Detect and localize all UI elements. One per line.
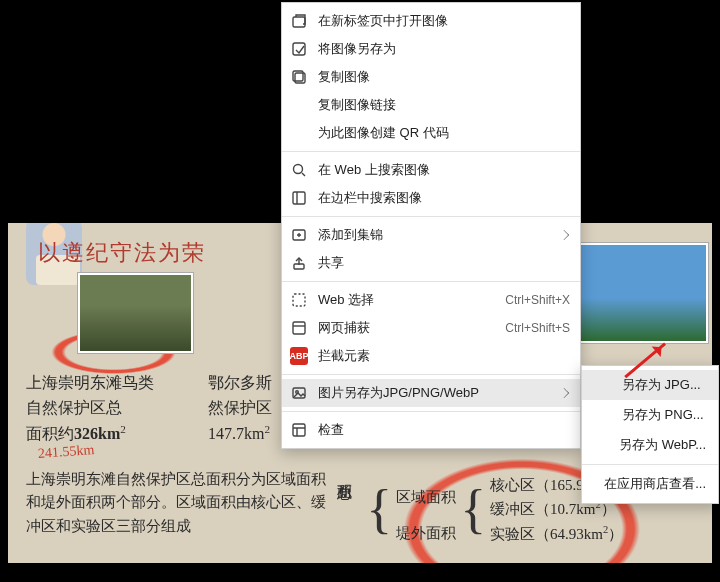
svg-rect-8 [293,294,305,306]
menu-shortcut: Ctrl+Shift+X [505,293,570,307]
menu-item-label: 在新标签页中打开图像 [318,12,570,30]
context-menu-item-13[interactable]: 网页捕获Ctrl+Shift+S [282,314,580,342]
menu-divider [582,464,718,465]
share-icon [290,254,308,272]
menu-item-label: 另存为 WebP... [619,436,706,454]
open-tab-icon [290,12,308,30]
menu-item-label: 复制图像 [318,68,570,86]
context-menu-item-6[interactable]: 在 Web 上搜索图像 [282,156,580,184]
context-submenu: 另存为 JPG...另存为 PNG...另存为 WebP...在应用商店查看..… [581,365,719,504]
context-menu-item-14[interactable]: ABP拦截元素 [282,342,580,370]
menu-item-label: 在 Web 上搜索图像 [318,161,570,179]
submenu-item-4[interactable]: 在应用商店查看... [582,469,718,499]
submenu-item-1[interactable]: 另存为 PNG... [582,400,718,430]
menu-divider [282,374,580,375]
svg-rect-0 [293,17,305,27]
image-export-icon [290,384,308,402]
menu-item-label: 共享 [318,254,570,272]
submenu-item-2[interactable]: 另存为 WebP... [582,430,718,460]
submenu-item-0[interactable]: 另存为 JPG... [582,370,718,400]
menu-item-label: 图片另存为JPG/PNG/WebP [318,384,548,402]
context-menu-item-18[interactable]: 检查 [282,416,580,444]
thumbnail-1 [78,273,193,353]
web-select-icon [290,291,308,309]
menu-item-label: Web 选择 [318,291,495,309]
collection-icon [290,226,308,244]
inspect-icon [290,421,308,439]
web-search-icon [290,161,308,179]
context-menu-item-4[interactable]: 为此图像创建 QR 代码 [282,119,580,147]
chevron-right-icon [559,230,569,240]
context-menu-item-1[interactable]: 将图像另存为 [282,35,580,63]
context-menu-item-9[interactable]: 添加到集锦 [282,221,580,249]
menu-item-label: 另存为 PNG... [622,406,706,424]
abp-icon: ABP [290,347,308,365]
menu-item-label: 在应用商店查看... [604,475,706,493]
svg-rect-12 [293,424,305,436]
menu-item-label: 添加到集锦 [318,226,548,244]
menu-item-label: 检查 [318,421,570,439]
context-menu-item-3[interactable]: 复制图像链接 [282,91,580,119]
context-menu: 在新标签页中打开图像将图像另存为复制图像复制图像链接为此图像创建 QR 代码在 … [281,2,581,449]
paragraph: 上海崇明东滩自然保护区总面积分为区域面积和堤外面积两个部分。区域面积由核心区、缓… [26,468,326,538]
svg-point-4 [294,165,303,174]
svg-rect-5 [293,192,305,204]
context-menu-item-12[interactable]: Web 选择Ctrl+Shift+X [282,286,580,314]
web-capture-icon [290,319,308,337]
menu-item-label: 另存为 JPG... [622,376,706,394]
handwritten-note: 241.55km [37,439,95,465]
menu-divider [282,216,580,217]
context-menu-item-7[interactable]: 在边栏中搜索图像 [282,184,580,212]
menu-item-label: 复制图像链接 [318,96,570,114]
menu-divider [282,281,580,282]
menu-item-label: 在边栏中搜索图像 [318,189,570,207]
menu-divider [282,411,580,412]
menu-item-label: 将图像另存为 [318,40,570,58]
menu-divider [282,151,580,152]
save-as-icon [290,40,308,58]
svg-rect-9 [293,322,305,334]
context-menu-item-10[interactable]: 共享 [282,249,580,277]
copy-image-icon [290,68,308,86]
caption-block-a: 上海崇明东滩鸟类 自然保护区总 面积约326km2 [26,371,206,447]
chevron-right-icon [559,388,569,398]
context-menu-item-0[interactable]: 在新标签页中打开图像 [282,7,580,35]
menu-item-label: 网页捕获 [318,319,495,337]
menu-item-label: 拦截元素 [318,347,570,365]
menu-shortcut: Ctrl+Shift+S [505,321,570,335]
book-banner: 以遵纪守法为荣 [38,238,206,268]
context-menu-item-2[interactable]: 复制图像 [282,63,580,91]
menu-item-label: 为此图像创建 QR 代码 [318,124,570,142]
sidebar-search-icon [290,189,308,207]
thumbnail-3 [568,243,708,343]
context-menu-item-16[interactable]: 图片另存为JPG/PNG/WebP [282,379,580,407]
